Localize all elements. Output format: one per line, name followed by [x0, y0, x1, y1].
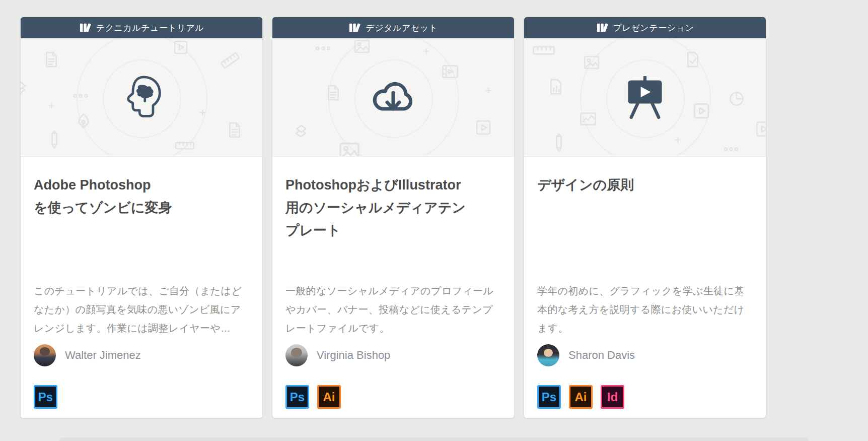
illustrator-badge: Ai	[569, 385, 593, 409]
books-icon	[348, 22, 360, 33]
sparkle-icon	[423, 48, 429, 54]
marker-pen-icon	[219, 50, 242, 72]
author-name: Virginia Bishop	[317, 349, 390, 362]
author-name: Sharon Davis	[568, 349, 635, 362]
category-bar: テクニカルチュートリアル	[21, 17, 262, 38]
app-badges: Ps	[34, 385, 57, 409]
card-description: このチュートリアルでは、ご自分（またはどなたか）の顔写真を気味の悪いゾンビ風にア…	[34, 282, 249, 341]
sparkle-icon	[200, 110, 205, 115]
bar-chart-icon	[549, 79, 562, 95]
sparkle-icon	[486, 88, 491, 93]
illustrator-badge: Ai	[317, 385, 341, 409]
document-icon	[45, 51, 58, 68]
pie-chart-icon	[729, 91, 745, 107]
indesign-badge: Id	[601, 385, 624, 409]
sparkle-icon	[49, 103, 54, 108]
pencil-icon	[554, 133, 563, 152]
card-title[interactable]: デザインの原則	[537, 174, 753, 282]
app-badges: Ps Ai	[285, 385, 341, 409]
image-icon	[339, 142, 360, 157]
card-hero-image	[21, 38, 262, 157]
document-check-icon	[686, 51, 699, 68]
play-document-icon	[476, 120, 491, 135]
author-row[interactable]: Walter Jimenez	[34, 344, 249, 366]
presentation-easel-icon	[623, 75, 667, 119]
course-card-zombie-tutorial[interactable]: テクニカルチュートリアル Adobe Photoshop を使ってゾンビに変身	[20, 17, 263, 418]
course-card-design-principles[interactable]: プレゼンテーション デザインの原則 学年の初めに、グラ	[524, 17, 766, 418]
ruler-icon	[175, 141, 195, 150]
next-section-peek	[59, 437, 809, 441]
image-icon	[354, 39, 370, 53]
card-hero-image	[524, 38, 766, 157]
film-icon	[442, 65, 459, 79]
layers-icon	[295, 123, 312, 138]
card-body: Adobe Photoshop を使ってゾンビに変身 このチュートリアルでは、ご…	[21, 157, 262, 418]
image-icon	[584, 55, 600, 70]
pencil-icon	[50, 130, 59, 149]
sparkle-icon	[675, 137, 681, 143]
course-card-social-templates[interactable]: デジタルアセット PhotoshopおよびIllustrator 用のソーシャル…	[272, 17, 515, 418]
card-body: デザインの原則 学年の初めに、グラフィックを学ぶ生徒に基本的な考え方を説明する際…	[524, 157, 766, 418]
play-document-icon	[693, 103, 709, 119]
ruler-icon	[532, 45, 555, 55]
card-description: 学年の初めに、グラフィックを学ぶ生徒に基本的な考え方を説明する際にお使いいただけ…	[537, 282, 753, 341]
photoshop-badge: Ps	[285, 385, 309, 409]
avatar	[285, 344, 308, 366]
books-icon	[596, 22, 608, 33]
pen-nib-icon	[77, 113, 90, 129]
ellipsis-icon	[316, 46, 331, 50]
category-label: デジタルアセット	[366, 22, 438, 34]
line-chart-icon	[580, 112, 597, 126]
card-hero-image	[272, 38, 514, 157]
document-icon	[228, 122, 241, 138]
card-body: PhotoshopおよびIllustrator 用のソーシャルメディアテン プレ…	[272, 157, 514, 418]
photoshop-badge: Ps	[34, 385, 57, 409]
category-bar: デジタルアセット	[272, 17, 514, 38]
card-title[interactable]: PhotoshopおよびIllustrator 用のソーシャルメディアテン プレ…	[285, 174, 501, 282]
cloud-download-icon	[368, 77, 418, 117]
avatar	[34, 344, 56, 366]
author-row[interactable]: Sharon Davis	[537, 344, 753, 366]
document-icon	[327, 85, 340, 101]
course-cards-row: テクニカルチュートリアル Adobe Photoshop を使ってゾンビに変身	[20, 17, 766, 418]
card-description: 一般的なソーシャルメディアのプロフィールやカバー、バナー、投稿などに使えるテンプ…	[285, 282, 501, 341]
ellipsis-icon	[724, 147, 739, 151]
category-bar: プレゼンテーション	[524, 17, 766, 38]
brain-head-icon	[120, 73, 163, 121]
layers-icon	[21, 80, 31, 95]
category-label: テクニカルチュートリアル	[96, 22, 204, 34]
category-label: プレゼンテーション	[613, 22, 694, 34]
card-title[interactable]: Adobe Photoshop を使ってゾンビに変身	[34, 174, 249, 282]
play-document-icon	[756, 121, 766, 137]
play-document-icon	[174, 40, 188, 54]
ellipsis-icon	[73, 94, 88, 98]
app-badges: Ps Ai Id	[537, 385, 624, 409]
author-row[interactable]: Virginia Bishop	[285, 344, 501, 366]
books-icon	[79, 22, 91, 33]
photoshop-badge: Ps	[537, 385, 561, 409]
author-name: Walter Jimenez	[65, 349, 141, 362]
avatar	[537, 344, 559, 366]
